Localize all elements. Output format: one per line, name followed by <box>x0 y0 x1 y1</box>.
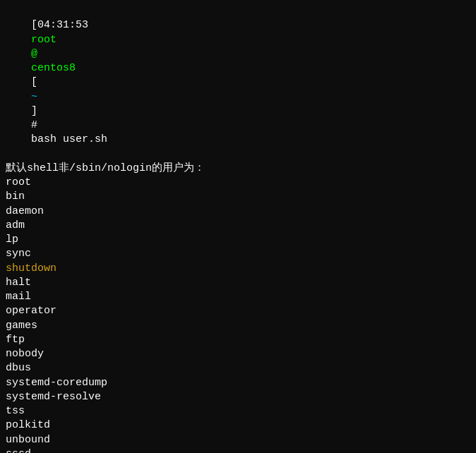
prompt-line: [04:31:53 root @ centos8 [ ~ ] # bash us… <box>6 4 470 162</box>
prompt-time: [04:31:53 <box>31 19 88 31</box>
prompt-bracket-close: ] <box>31 105 37 117</box>
prompt-user: root <box>31 34 56 46</box>
user-list-item: sync <box>6 247 470 261</box>
user-list-item: shutdown <box>6 262 470 276</box>
user-list-item: systemd-coredump <box>6 376 470 390</box>
user-list-item: nobody <box>6 347 470 361</box>
prompt-host: centos8 <box>31 62 76 74</box>
header-line: 默认shell非/sbin/nologin的用户为： <box>6 162 470 176</box>
user-list-item: tss <box>6 404 470 418</box>
user-list-item: sssd <box>6 447 470 453</box>
prompt-dir: ~ <box>31 91 37 103</box>
user-list-item: mail <box>6 290 470 304</box>
command-text: bash user.sh <box>31 133 107 145</box>
user-list-item: operator <box>6 304 470 318</box>
user-list-item: systemd-resolve <box>6 390 470 404</box>
prompt-at: @ <box>31 48 37 60</box>
user-list-item: unbound <box>6 433 470 447</box>
user-list-item: bin <box>6 190 470 204</box>
terminal-window: [04:31:53 root @ centos8 [ ~ ] # bash us… <box>6 4 470 453</box>
user-list: rootbindaemonadmlpsyncshutdownhaltmailop… <box>6 176 470 453</box>
user-list-item: polkitd <box>6 418 470 433</box>
user-list-item: halt <box>6 276 470 290</box>
user-list-item: root <box>6 176 470 190</box>
user-list-item: adm <box>6 219 470 233</box>
user-list-item: lp <box>6 233 470 247</box>
user-list-item: games <box>6 319 470 333</box>
user-list-item: daemon <box>6 205 470 219</box>
prompt-hash: # <box>31 119 44 131</box>
user-list-item: ftp <box>6 333 470 347</box>
prompt-bracket-open: [ <box>31 76 44 88</box>
user-list-item: dbus <box>6 361 470 375</box>
